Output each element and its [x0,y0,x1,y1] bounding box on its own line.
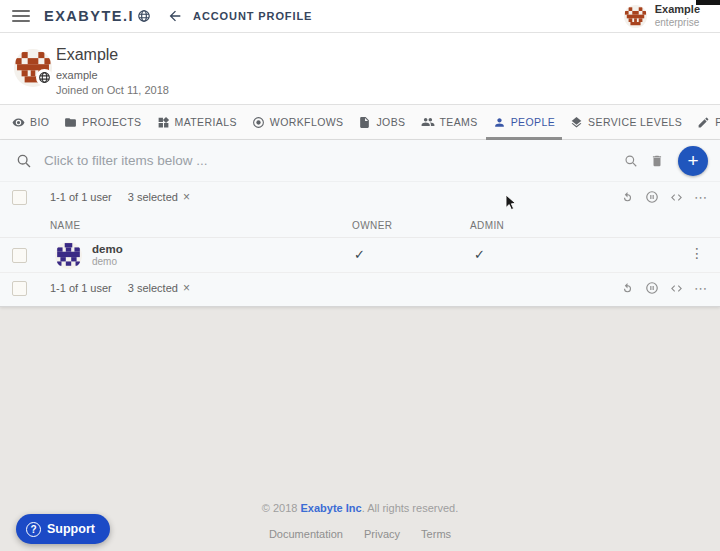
selection-chip-bottom: 3 selected × [128,281,190,295]
file-icon [358,116,371,129]
eye-icon [12,116,25,129]
column-header-owner: OWNER [352,220,392,231]
widgets-icon [157,116,170,129]
support-button[interactable]: ? Support [16,514,110,544]
admin-check-icon: ✓ [474,247,485,262]
plus-icon: + [687,150,698,172]
back-button[interactable] [167,8,183,24]
tab-people[interactable]: PEOPLE [493,116,555,129]
select-all-checkbox[interactable] [12,190,27,205]
select-all-checkbox-bottom[interactable] [12,281,27,296]
corner-artifact [696,0,720,5]
tab-projects[interactable]: PROJECTS [64,116,141,129]
profile-name: Example [56,46,118,64]
page-title: ACCOUNT PROFILE [193,10,312,22]
footer-link-documentation[interactable]: Documentation [269,528,343,540]
tab-bio[interactable]: BIO [12,116,49,129]
pagination-label-bottom: 1-1 of 1 user [50,282,112,294]
footer-link-terms[interactable]: Terms [421,528,451,540]
account-plan: enterprise [655,17,700,29]
more-options-icon-bottom[interactable]: ⋯ [694,282,708,295]
profile-joined-date: Joined on Oct 11, 2018 [56,84,169,96]
globe-icon [137,9,151,23]
search-action-icon[interactable] [624,154,638,168]
column-header-name: NAME [50,220,81,231]
column-header-admin: ADMIN [470,220,504,231]
account-menu[interactable]: Example enterprise [624,3,700,28]
refresh-icon[interactable] [621,191,634,204]
add-user-button[interactable]: + [678,146,708,176]
tab-preferences[interactable]: PREFERENCES [697,116,720,129]
target-icon [252,116,265,129]
code-icon-bottom[interactable] [670,282,683,295]
copyright: © 2018 Exabyte Inc. All rights reserved. [0,502,720,514]
row-menu-icon[interactable]: ⋮ [690,246,704,260]
more-options-icon[interactable]: ⋯ [694,191,708,204]
filter-input[interactable] [44,153,624,168]
logo-text: EXABYTE.I [44,8,134,24]
profile-globe-icon [36,69,53,86]
table-row[interactable]: demo demo ✓ ✓ ⋮ [0,238,720,273]
pause-circle-icon-bottom[interactable] [645,281,659,295]
pencil-icon [697,116,710,129]
delete-icon[interactable] [650,154,664,168]
tab-workflows[interactable]: WORKFLOWS [252,116,344,129]
app-logo[interactable]: EXABYTE.I [44,8,151,24]
account-name: Example [655,3,700,16]
tab-service-levels[interactable]: SERVICE LEVELS [570,116,682,129]
pause-circle-icon[interactable] [645,190,659,204]
person-icon [493,116,506,129]
tab-materials[interactable]: MATERIALS [157,116,237,129]
table-toolbar-bottom: 1-1 of 1 user 3 selected × ⋯ [0,273,720,303]
clear-selection-icon[interactable]: × [183,190,190,204]
folder-icon [64,116,77,129]
profile-tabs: BIO PROJECTS MATERIALS WORKFLOWS JOBS TE… [0,105,720,140]
clear-selection-icon-bottom[interactable]: × [183,281,190,295]
search-icon [16,153,32,169]
user-name: demo [92,243,123,255]
row-checkbox[interactable] [12,248,27,263]
menu-icon[interactable] [12,10,30,22]
account-profile-screen: EXABYTE.I ACCOUNT PROFILE [0,0,720,551]
people-table-card: + 1-1 of 1 user 3 selected × [0,140,720,307]
table-toolbar-top: 1-1 of 1 user 3 selected × ⋯ [0,182,720,212]
filter-bar: + [0,140,720,182]
company-link[interactable]: Exabyte Inc [300,502,361,514]
code-icon[interactable] [670,191,683,204]
pagination-label: 1-1 of 1 user [50,191,112,203]
user-username: demo [92,256,117,267]
tab-jobs[interactable]: JOBS [358,116,405,129]
row-avatar [55,242,82,269]
group-icon [421,115,435,129]
profile-username: example [56,69,98,81]
layers-icon [570,116,583,129]
refresh-icon-bottom[interactable] [621,282,634,295]
app-bar: EXABYTE.I ACCOUNT PROFILE [0,0,720,33]
table-header: NAME OWNER ADMIN [0,212,720,238]
help-icon: ? [26,522,41,537]
account-avatar [624,5,647,28]
tab-teams[interactable]: TEAMS [421,115,478,129]
footer-link-privacy[interactable]: Privacy [364,528,400,540]
profile-avatar [14,49,52,87]
owner-check-icon: ✓ [354,247,365,262]
selection-chip: 3 selected × [128,190,190,204]
profile-header: Example example Joined on Oct 11, 2018 [0,33,720,105]
